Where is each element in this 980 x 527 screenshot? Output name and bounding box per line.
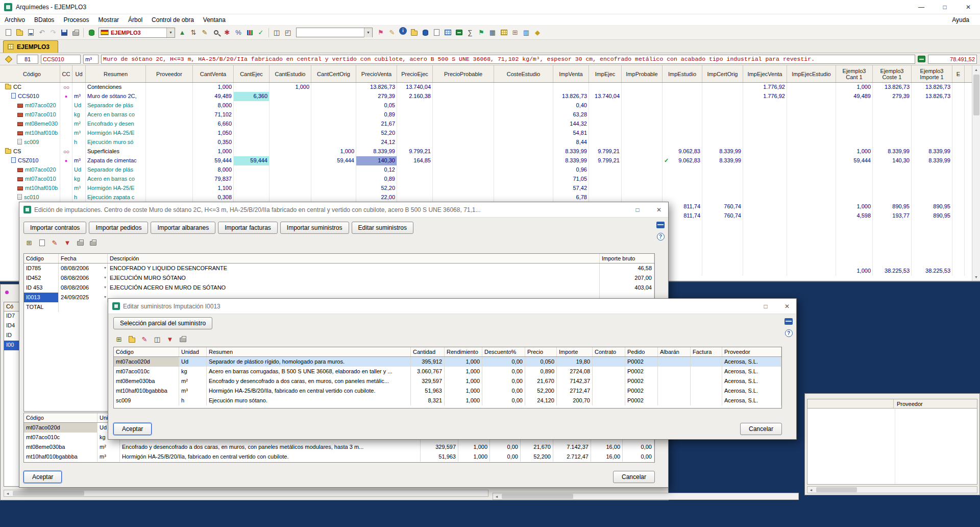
menu-item-control-de-obra[interactable]: Control de obra bbox=[147, 14, 199, 26]
tab-ejemplo3[interactable]: EJEMPLO3 bbox=[3, 40, 58, 53]
calculator-icon[interactable] bbox=[442, 27, 453, 38]
column-header-iee[interactable]: ImpEjecEstudio bbox=[787, 65, 836, 82]
table-row[interactable]: mt07aco010ckgAcero en barras corrugadas,… bbox=[114, 367, 781, 376]
table-row[interactable]: mt08eme030m²Encofrado y desen6,66021,671… bbox=[0, 119, 980, 129]
table-row[interactable]: mt08eme030bam²Encofrado y desencofrado a… bbox=[24, 442, 654, 452]
scroll-down-arrow[interactable]: ▼ bbox=[972, 273, 980, 281]
table-row[interactable]: mt10haf010bgabbbam³Hormigón HA-25/B/20/I… bbox=[24, 452, 654, 462]
column-header-descuento[interactable]: Descuento% bbox=[482, 347, 525, 356]
scrollbar-thumb[interactable] bbox=[816, 487, 857, 492]
column-header-cco[interactable]: CantCertOrig bbox=[311, 65, 356, 82]
table-row[interactable]: sc010hEjecución zapata c0,30822,006,78 bbox=[0, 193, 980, 202]
table-row[interactable]: sc009hEjecución muro só0,35024,128,44 bbox=[0, 138, 980, 147]
table-row[interactable]: mt10haf010bm³Hormigón HA-25/E1,05052,205… bbox=[0, 129, 980, 138]
flag-icon[interactable]: ⚑ bbox=[375, 27, 386, 38]
column-header-pp[interactable]: PrecioProbable bbox=[433, 65, 494, 82]
aceptar-button[interactable]: Aceptar bbox=[113, 423, 152, 435]
delete-icon[interactable]: ✎ bbox=[139, 333, 150, 345]
cancelar-button[interactable]: Cancelar bbox=[740, 423, 782, 435]
table-row[interactable]: ID45208/08/2006▾EJECUCIÓN MURO SÓTANO207… bbox=[24, 273, 654, 283]
column-header-pedido[interactable]: Pedido bbox=[625, 347, 658, 356]
horizontal-scrollbar[interactable]: ◄ bbox=[493, 493, 799, 500]
close-button[interactable]: ✕ bbox=[957, 0, 980, 14]
table-row[interactable]: CC⊙⊙Contenciones1,0001,00013.826,7313.74… bbox=[0, 83, 980, 92]
table-row[interactable]: mt10haf010bgabbbam³Hormigón HA-25/B/20/I… bbox=[114, 386, 781, 396]
column-header-importe[interactable]: Importe bbox=[557, 347, 593, 356]
help-icon[interactable]: ? bbox=[785, 329, 793, 337]
column-header-importe-bruto[interactable]: Importe bruto bbox=[600, 254, 654, 263]
close-button[interactable]: ✕ bbox=[650, 203, 668, 217]
unit-field[interactable] bbox=[83, 55, 99, 64]
column-header-cost[interactable]: CosteEstudio bbox=[494, 65, 553, 82]
column-header-rendimiento[interactable]: Rendimiento bbox=[445, 347, 482, 356]
column-header-e3k[interactable]: Ejemplo3 Coste 1 bbox=[873, 65, 912, 82]
open-icon[interactable] bbox=[126, 333, 137, 345]
pen-icon[interactable]: ✎ bbox=[386, 27, 398, 38]
export-file-icon[interactable] bbox=[25, 27, 36, 38]
tree-view-icon[interactable]: ▲ bbox=[177, 27, 188, 38]
editar-suministros-button[interactable]: Editar suministros bbox=[352, 222, 413, 234]
scroll-left-arrow[interactable]: ◄ bbox=[4, 492, 11, 495]
importar-facturas-button[interactable]: Importar facturas bbox=[218, 222, 278, 234]
menu-item-archivo[interactable]: Archivo bbox=[0, 14, 30, 26]
import-icon[interactable]: ▼ bbox=[164, 333, 176, 345]
table-row[interactable]: sc009hEjecución muro sótano.8,3211,0000,… bbox=[114, 396, 781, 405]
scrollbar-thumb[interactable] bbox=[502, 494, 573, 499]
column-header-e[interactable]: E bbox=[952, 65, 965, 82]
column-header-fecha[interactable]: Fecha bbox=[59, 254, 108, 263]
column-header-descripcion[interactable]: Descripción bbox=[108, 254, 600, 263]
add-row-icon[interactable]: ⊞ bbox=[113, 333, 125, 345]
filter-dropdown-arrow[interactable]: ▼ bbox=[364, 28, 372, 37]
column-header-albaran[interactable]: Albarán bbox=[658, 347, 691, 356]
help-icon[interactable]: ? bbox=[657, 233, 665, 241]
scroll-up-arrow[interactable]: ▲ bbox=[972, 65, 980, 74]
table-row[interactable]: mt07aco020UdSeparador de plás8,0000,120,… bbox=[0, 165, 980, 175]
book-icon[interactable] bbox=[453, 27, 464, 38]
percent-icon[interactable]: % bbox=[233, 27, 244, 38]
table-row[interactable]: mt07aco010kgAcero en barras co79,8370,89… bbox=[0, 175, 980, 184]
column-header-unidad[interactable]: Unidad bbox=[179, 347, 207, 356]
window-icon[interactable]: ◫ bbox=[152, 333, 163, 345]
column-header-prov[interactable]: Proveedor bbox=[146, 65, 193, 82]
row-number-field[interactable] bbox=[17, 55, 38, 64]
code-field[interactable] bbox=[41, 55, 81, 64]
maximize-button[interactable]: □ bbox=[756, 300, 775, 313]
column-header-cv[interactable]: CantVenta bbox=[193, 65, 234, 82]
help-book-icon[interactable] bbox=[785, 318, 793, 325]
folder-icon[interactable] bbox=[408, 27, 420, 38]
project-dropdown-arrow[interactable]: ▼ bbox=[166, 28, 175, 37]
scroll-left-arrow[interactable]: ◄ bbox=[493, 495, 500, 498]
column-header-proveedor[interactable]: Proveedor bbox=[722, 347, 781, 356]
column-header-ud[interactable]: Ud bbox=[72, 65, 86, 82]
database-icon[interactable] bbox=[86, 27, 97, 38]
scrollbar-thumb[interactable] bbox=[13, 491, 84, 496]
undo-icon[interactable]: ↶ bbox=[36, 27, 47, 38]
table-row[interactable]: CSZ010●m³Zapata de cimentac59,44459,4445… bbox=[0, 156, 980, 165]
column-header-codigo[interactable]: Código bbox=[114, 347, 179, 356]
maximize-button[interactable]: □ bbox=[628, 203, 647, 217]
column-header-cantidad[interactable]: Cantidad bbox=[411, 347, 445, 356]
column-header-e3c[interactable]: Ejemplo3 Cant 1 bbox=[836, 65, 873, 82]
menu-item-arbol[interactable]: Árbol bbox=[124, 14, 147, 26]
table-row[interactable]: mt07aco010kgAcero en barras co71,1020,89… bbox=[0, 110, 980, 119]
search-icon[interactable] bbox=[210, 27, 222, 38]
special-icon[interactable]: ✱ bbox=[222, 27, 233, 38]
table-row[interactable]: ID 45308/08/2006▾EJECUCIÓN ACERO EN MURO… bbox=[24, 283, 654, 293]
table-row[interactable]: mt07aco020UdSeparador de plás8,0000,050,… bbox=[0, 101, 980, 110]
column-header-iev[interactable]: ImpEjecVenta bbox=[743, 65, 787, 82]
print-icon[interactable] bbox=[75, 237, 86, 248]
column-header-ip[interactable]: ImpProbable bbox=[622, 65, 663, 82]
total-field[interactable] bbox=[928, 55, 977, 64]
seleccion-parcial-button[interactable]: Selección parcial del suministro bbox=[113, 317, 212, 329]
table-icon[interactable] bbox=[498, 27, 509, 38]
database-blue-icon[interactable] bbox=[420, 27, 431, 38]
column-header-precio[interactable]: Precio bbox=[525, 347, 557, 356]
column-header-cest[interactable]: CantEstudio bbox=[270, 65, 311, 82]
column-header-proveedor[interactable]: Proveedor bbox=[894, 401, 923, 407]
column-header-res[interactable]: Resumen bbox=[86, 65, 146, 82]
column-header-e3i[interactable]: Ejemplo3 Importe 1 bbox=[912, 65, 952, 82]
table-row[interactable]: ID78508/08/2006▾ENCOFRADO Y LIQUIDO DESE… bbox=[24, 264, 654, 273]
column-header-iest[interactable]: ImpEstudio bbox=[663, 65, 702, 82]
menu-item-ventana[interactable]: Ventana bbox=[199, 14, 230, 26]
column-header-pv[interactable]: PrecioVenta bbox=[356, 65, 397, 82]
